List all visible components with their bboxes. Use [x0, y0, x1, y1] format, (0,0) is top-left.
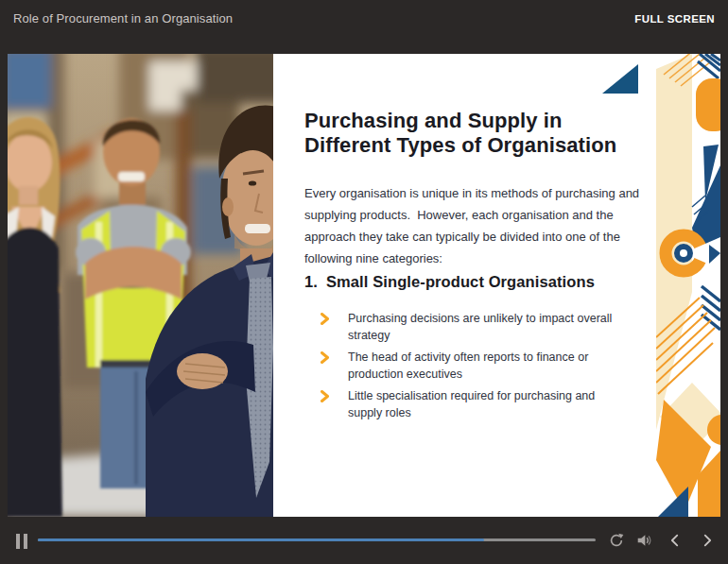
slide-stage: Purchasing and Supply in Different Types… [8, 54, 720, 517]
player-top-bar: Role of Procurement in an Organisation F… [0, 0, 728, 38]
replay-button[interactable] [605, 529, 628, 552]
chevron-right-icon [699, 532, 716, 549]
section-heading: 1.Small Single-product Organisations [304, 273, 645, 291]
course-title: Role of Procurement in an Organisation [13, 11, 233, 26]
next-slide-button[interactable] [696, 529, 719, 552]
list-item: Purchasing decisions are unlikely to imp… [320, 310, 622, 344]
bullet-text: The head of activity often reports to fi… [348, 349, 622, 383]
chevron-bullet-icon [320, 349, 348, 383]
previous-slide-button[interactable] [664, 529, 686, 552]
geometric-decoration [656, 54, 720, 517]
replay-icon [608, 532, 625, 549]
player-control-bar [0, 517, 728, 564]
slide-photo [8, 54, 273, 517]
chevron-bullet-icon [320, 387, 348, 421]
slide-intro-text: Every organisation is unique in its meth… [304, 182, 641, 269]
slide-title: Purchasing and Supply in Different Types… [304, 109, 645, 158]
section-number: 1. [304, 273, 318, 290]
slide-title-line1: Purchasing and Supply in [304, 109, 645, 133]
decorative-pattern-strip [656, 54, 720, 517]
seek-bar[interactable] [38, 538, 596, 541]
bullet-text: Purchasing decisions are unlikely to imp… [348, 310, 622, 344]
bullet-list: Purchasing decisions are unlikely to imp… [320, 310, 622, 426]
list-item: Little specialisation required for purch… [320, 387, 622, 421]
section-title: Small Single-product Organisations [326, 273, 595, 290]
slide-title-line2: Different Types of Organisation [304, 133, 645, 158]
warehouse-team-photo [8, 54, 273, 517]
slide-content-panel: Purchasing and Supply in Different Types… [273, 54, 656, 517]
volume-button[interactable] [633, 529, 655, 552]
chevron-bullet-icon [320, 310, 348, 344]
list-item: The head of activity often reports to fi… [320, 349, 622, 383]
chevron-left-icon [667, 532, 684, 549]
volume-icon [635, 532, 652, 549]
pause-button[interactable] [11, 531, 32, 552]
pause-icon [16, 534, 27, 548]
fullscreen-button[interactable]: FULL SCREEN [631, 11, 719, 26]
bullet-text: Little specialisation required for purch… [348, 387, 622, 421]
progress-fill [38, 538, 484, 541]
corner-triangle-decoration [602, 64, 638, 94]
